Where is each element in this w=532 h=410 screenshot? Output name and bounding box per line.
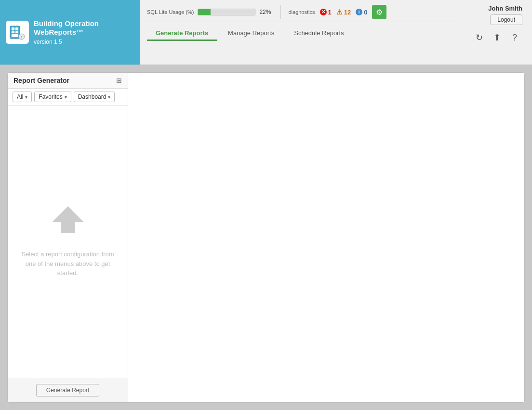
sql-label: SQL Lite Usage (%): [147, 9, 194, 15]
left-sidebar: Report Generator ⊞ All ▾ Favorites ▾ Das…: [8, 73, 128, 402]
all-chevron-icon: ▾: [25, 94, 27, 100]
sql-percent: 22%: [259, 9, 271, 15]
diag-info-count: 0: [364, 9, 367, 16]
tab-manage-reports[interactable]: Manage Reports: [219, 26, 283, 41]
nav-tabs: Generate Reports Manage Reports Schedule…: [140, 22, 462, 41]
svg-rect-3: [12, 31, 14, 33]
svg-text:↑: ↑: [21, 35, 23, 40]
diag-error-icon: ✕: [320, 9, 327, 15]
diag-error-count: 1: [328, 9, 332, 16]
all-label: All: [17, 93, 23, 100]
sql-progress-fill: [198, 9, 211, 15]
header-action-buttons: ↻ ⬆ ?: [471, 30, 522, 45]
app-title-line1: Building Operation: [34, 19, 99, 28]
dashboard-label: Dashboard: [78, 93, 106, 100]
sidebar-body: Select a report configuration from one o…: [8, 106, 128, 378]
header-middle: SQL Lite Usage (%) 22% diagnostics ✕ 1 ⚠…: [140, 0, 462, 41]
favorites-label: Favorites: [39, 93, 62, 100]
diag-error-item[interactable]: ✕ 1: [320, 9, 332, 16]
diag-warning-item[interactable]: ⚠ 12: [336, 8, 351, 16]
logo-section: ↑ Building Operation WebReports™ version…: [0, 0, 140, 65]
svg-rect-5: [12, 34, 18, 37]
svg-marker-8: [52, 206, 84, 233]
svg-rect-1: [12, 27, 14, 30]
sidebar-title: Report Generator: [13, 77, 69, 84]
refresh-button[interactable]: ↻: [471, 30, 487, 45]
sql-usage-section: SQL Lite Usage (%) 22%: [147, 9, 271, 15]
help-button[interactable]: ?: [507, 30, 522, 45]
svg-rect-4: [15, 31, 18, 33]
sql-progress-bar: [198, 9, 255, 15]
tab-generate-reports[interactable]: Generate Reports: [147, 26, 217, 41]
logout-button[interactable]: Logout: [490, 14, 522, 25]
svg-rect-2: [15, 27, 18, 30]
gear-button[interactable]: ⚙: [372, 5, 386, 19]
diag-warning-icon: ⚠: [336, 8, 343, 16]
app-title-line2: WebReports™: [34, 28, 99, 37]
favorites-dropdown[interactable]: Favorites ▾: [34, 92, 71, 102]
right-content-area: [128, 73, 524, 402]
diagnostics-section: diagnostics ✕ 1 ⚠ 12 i 0 ⚙: [280, 5, 386, 19]
diag-warning-count: 12: [344, 9, 351, 16]
all-dropdown[interactable]: All ▾: [13, 92, 32, 102]
app-logo-icon: ↑: [6, 21, 29, 44]
upload-button[interactable]: ⬆: [489, 30, 505, 45]
sidebar-toolbar: All ▾ Favorites ▾ Dashboard ▾: [8, 89, 128, 106]
panel-inner: Report Generator ⊞ All ▾ Favorites ▾ Das…: [8, 73, 524, 402]
diag-info-item[interactable]: i 0: [356, 9, 367, 16]
diagnostics-label: diagnostics: [288, 9, 315, 15]
header-top-right: SQL Lite Usage (%) 22% diagnostics ✕ 1 ⚠…: [140, 0, 532, 65]
favorites-chevron-icon: ▾: [65, 94, 67, 100]
diag-info-icon: i: [356, 9, 362, 15]
header-top-bar: SQL Lite Usage (%) 22% diagnostics ✕ 1 ⚠…: [140, 0, 462, 22]
sidebar-footer: Generate Report: [8, 378, 128, 402]
app-header: ↑ Building Operation WebReports™ version…: [0, 0, 532, 65]
main-panel: Report Generator ⊞ All ▾ Favorites ▾ Das…: [7, 72, 525, 403]
dashboard-dropdown[interactable]: Dashboard ▾: [74, 92, 115, 102]
placeholder-text: Select a report configuration from one o…: [17, 250, 118, 278]
header-right: John Smith Logout ↻ ⬆ ?: [462, 0, 532, 50]
tab-schedule-reports[interactable]: Schedule Reports: [285, 26, 352, 41]
sidebar-header: Report Generator ⊞: [8, 73, 128, 89]
expand-icon[interactable]: ⊞: [116, 77, 122, 84]
app-version: version 1.5: [34, 39, 99, 45]
dashboard-chevron-icon: ▾: [108, 94, 110, 100]
main-content: Report Generator ⊞ All ▾ Favorites ▾ Das…: [0, 65, 532, 410]
app-title-block: Building Operation WebReports™ version 1…: [34, 19, 99, 45]
placeholder-arrow-icon: [51, 205, 85, 236]
user-name: John Smith: [488, 5, 522, 12]
generate-report-button[interactable]: Generate Report: [36, 384, 99, 397]
